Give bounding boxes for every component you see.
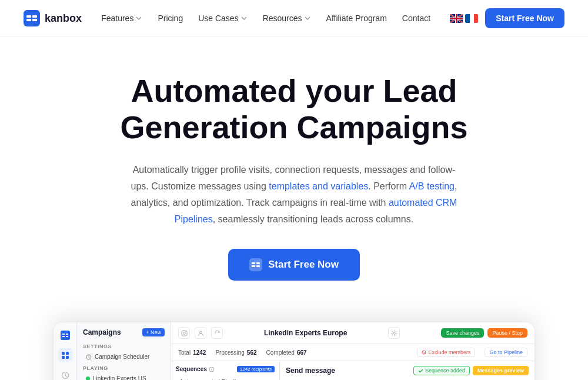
flag-english[interactable] bbox=[450, 14, 463, 23]
svg-rect-19 bbox=[66, 336, 68, 337]
db-sidebar-icons bbox=[54, 322, 77, 380]
svg-rect-21 bbox=[66, 352, 69, 355]
svg-rect-12 bbox=[256, 262, 260, 264]
db-topbar-left-icons bbox=[178, 327, 223, 339]
svg-point-32 bbox=[183, 332, 185, 334]
db-icon-campaigns[interactable] bbox=[58, 348, 72, 362]
nav-links: Features Pricing Use Cases Resources Aff… bbox=[95, 10, 436, 26]
ab-testing-link[interactable]: A/B testing bbox=[409, 181, 455, 191]
db-campaigns-title: Campaigns bbox=[83, 328, 121, 336]
checkmark-icon bbox=[418, 368, 423, 374]
db-main-panel: Linkedin Experts Europe Save changes Pau… bbox=[171, 322, 534, 380]
clock-icon bbox=[86, 354, 92, 360]
exclude-icon bbox=[422, 350, 426, 355]
nav-cta-button[interactable]: Start Free Now bbox=[485, 8, 564, 28]
info-icon bbox=[209, 366, 215, 372]
nav-features[interactable]: Features bbox=[95, 10, 148, 26]
kanbox-cta-icon bbox=[249, 258, 262, 271]
hero-headline: Automated your Lead Generation Campaigns bbox=[88, 72, 500, 145]
svg-rect-2 bbox=[32, 15, 37, 18]
db-campaign-name: Linkedin Experts Europe bbox=[264, 329, 347, 337]
svg-rect-13 bbox=[252, 265, 255, 267]
db-campaigns-header: Campaigns + New bbox=[77, 328, 171, 341]
db-sequences-title: Sequences bbox=[176, 366, 215, 372]
svg-rect-9 bbox=[450, 18, 463, 19]
db-pause-stop-button[interactable]: Pause / Stop bbox=[487, 328, 527, 338]
db-messages-preview-button[interactable]: Messages preview bbox=[473, 366, 529, 375]
db-instagram-icon[interactable] bbox=[178, 327, 190, 339]
db-send-message-panel: Send message Sequence added Messages pre… bbox=[280, 361, 534, 380]
db-refresh-icon[interactable] bbox=[211, 327, 223, 339]
kanbox-logo-icon bbox=[24, 10, 40, 26]
nav-affiliate[interactable]: Affiliate Program bbox=[320, 10, 393, 26]
svg-point-33 bbox=[185, 331, 186, 331]
db-new-campaign-button[interactable]: + New bbox=[142, 328, 165, 336]
db-topbar-actions: Save changes Pause / Stop bbox=[441, 328, 527, 338]
db-settings-icon[interactable] bbox=[388, 327, 400, 339]
svg-rect-1 bbox=[26, 15, 31, 18]
db-campaign-item-1[interactable]: Linkedin Experts US bbox=[80, 373, 168, 380]
db-send-message-header: Send message Sequence added Messages pre… bbox=[286, 366, 529, 375]
svg-rect-14 bbox=[256, 265, 260, 267]
flag-french[interactable] bbox=[465, 14, 478, 23]
svg-rect-15 bbox=[61, 331, 70, 340]
svg-rect-10 bbox=[249, 258, 262, 271]
db-sequences-badge: 1242 recipients bbox=[237, 366, 275, 372]
hero-description: Automatically trigger profile visits, co… bbox=[129, 162, 459, 228]
chevron-down-icon bbox=[304, 15, 311, 22]
svg-rect-18 bbox=[62, 336, 65, 337]
db-campaign-list: Campaigns + New SETTINGS Campaign Schedu… bbox=[77, 322, 171, 380]
svg-rect-4 bbox=[32, 19, 37, 21]
db-exclude-members-button[interactable]: Exclude members bbox=[417, 348, 475, 357]
db-go-pipeline-button[interactable]: Go to Pipeline bbox=[485, 348, 527, 357]
db-sequence-added-badge: Sequence added bbox=[413, 366, 470, 375]
svg-rect-0 bbox=[24, 10, 40, 26]
nav-pricing[interactable]: Pricing bbox=[152, 10, 189, 26]
navbar: kanbox Features Pricing Use Cases Resour… bbox=[0, 0, 588, 37]
nav-right: Start Free Now bbox=[450, 8, 564, 28]
db-save-changes-button[interactable]: Save changes bbox=[441, 328, 484, 338]
logo-text: kanbox bbox=[45, 12, 82, 25]
svg-rect-22 bbox=[62, 356, 65, 359]
db-stat-total: Total 1242 bbox=[178, 349, 206, 356]
db-stat-processing: Processing 562 bbox=[215, 349, 256, 356]
svg-rect-23 bbox=[66, 356, 69, 359]
db-topbar-settings-icons bbox=[388, 327, 400, 339]
svg-rect-3 bbox=[26, 19, 31, 21]
db-sequences-panel: Sequences 1242 recipients Auto-generated… bbox=[171, 361, 280, 380]
hero-cta-button[interactable]: Start Free Now bbox=[228, 249, 360, 281]
svg-rect-20 bbox=[62, 352, 65, 355]
nav-use-cases[interactable]: Use Cases bbox=[192, 10, 253, 26]
db-icon-logo[interactable] bbox=[58, 328, 72, 342]
dashboard-preview: Campaigns + New SETTINGS Campaign Schedu… bbox=[53, 322, 535, 380]
nav-resources[interactable]: Resources bbox=[257, 10, 317, 26]
chevron-down-icon bbox=[240, 15, 248, 22]
db-person-icon[interactable] bbox=[195, 327, 206, 339]
db-content-area: Sequences 1242 recipients Auto-generated… bbox=[171, 361, 534, 380]
db-sequences-header: Sequences 1242 recipients bbox=[176, 366, 275, 372]
db-icon-clock[interactable] bbox=[58, 368, 72, 380]
svg-rect-16 bbox=[62, 334, 65, 335]
db-campaign-scheduler-item[interactable]: Campaign Scheduler bbox=[80, 351, 168, 362]
status-dot-playing bbox=[86, 376, 90, 380]
svg-rect-17 bbox=[66, 334, 68, 335]
db-stats-bar: Total 1242 Processing 562 Completed 667 … bbox=[171, 344, 534, 361]
svg-point-35 bbox=[393, 332, 396, 334]
db-seq-pipeline-row[interactable]: Auto-generated Pipeline ✓ bbox=[176, 376, 275, 380]
nav-contact[interactable]: Contact bbox=[396, 10, 436, 26]
chevron-down-icon bbox=[135, 15, 142, 22]
db-settings-label: SETTINGS bbox=[77, 341, 171, 351]
hero-section: Automated your Lead Generation Campaigns… bbox=[0, 37, 588, 298]
language-switcher[interactable] bbox=[450, 14, 478, 23]
logo[interactable]: kanbox bbox=[24, 10, 82, 26]
db-playing-label: PLAYING bbox=[77, 363, 171, 372]
svg-point-34 bbox=[199, 331, 202, 334]
svg-rect-11 bbox=[252, 262, 255, 264]
templates-variables-link[interactable]: templates and variables bbox=[269, 181, 368, 191]
db-send-message-title: Send message bbox=[286, 366, 335, 375]
db-stat-completed: Completed 667 bbox=[266, 349, 307, 356]
db-topbar: Linkedin Experts Europe Save changes Pau… bbox=[171, 322, 534, 344]
